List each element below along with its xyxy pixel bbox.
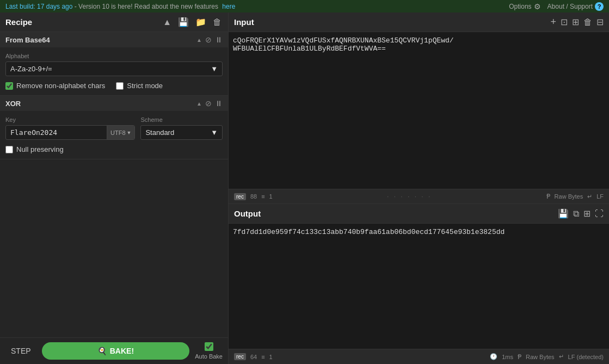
- input-raw-bytes-label[interactable]: Raw Bytes: [555, 193, 583, 200]
- input-byte-count: 88: [250, 193, 257, 200]
- output-status-right: 🕐 1ms Ᵽ Raw Bytes ↵ LF (detected): [490, 353, 604, 361]
- input-length-icon: ≡: [261, 193, 264, 200]
- scheme-label: Scheme: [140, 116, 223, 123]
- step-button[interactable]: STEP: [5, 344, 36, 357]
- xor-content: Key UTF8 ▼ Scheme Standard: [0, 111, 228, 159]
- remove-non-alphabet-item[interactable]: Remove non-alphabet chars: [5, 82, 105, 90]
- input-header-icons: + ⊡ ⊞ 🗑 ⊟: [550, 16, 604, 28]
- recipe-delete-icon[interactable]: 🗑: [212, 16, 223, 28]
- output-replace-icon[interactable]: ⊞: [583, 208, 590, 219]
- key-field-group: Key UTF8 ▼: [5, 116, 135, 140]
- strict-mode-label: Strict mode: [127, 82, 163, 90]
- separator: -: [75, 3, 78, 10]
- key-input-wrapper: UTF8 ▼: [5, 125, 135, 140]
- input-line-end-icon: ↵: [587, 193, 592, 200]
- xor-pause-icon[interactable]: ⏸: [215, 99, 223, 108]
- scheme-value: Standard: [145, 128, 174, 137]
- alphabet-dropdown-arrow: ▼: [211, 65, 218, 73]
- output-content: 7fd7dd1d0e959f74c133c13abb740b9faa61ab06…: [233, 228, 505, 236]
- options-button[interactable]: Options ⚙: [509, 2, 540, 11]
- alphabet-dropdown[interactable]: A-Za-z0-9+/= ▼: [5, 61, 223, 76]
- bake-button[interactable]: 🍳 BAKE!: [42, 342, 190, 360]
- input-area[interactable]: cQoFRQErX1YAVw1zVQdFUSxfAQNRBXUNAxBSe15Q…: [229, 32, 609, 189]
- null-preserving-item[interactable]: Null preserving: [5, 145, 223, 153]
- xor-collapse-icon[interactable]: ▲: [196, 101, 202, 107]
- from-base64-pause-icon[interactable]: ⏸: [215, 35, 223, 44]
- recipe-save-icon[interactable]: 💾: [177, 16, 190, 28]
- output-clock-icon: 🕐: [490, 353, 497, 360]
- scheme-dropdown[interactable]: Standard ▼: [140, 125, 223, 140]
- from-base64-header-icons: ▲ ⊘ ⏸: [196, 35, 223, 44]
- auto-bake-checkbox[interactable]: [205, 342, 213, 351]
- gear-icon: ⚙: [534, 2, 541, 11]
- remove-non-alphabet-checkbox[interactable]: [5, 82, 13, 90]
- input-line-end-label[interactable]: LF: [596, 193, 604, 200]
- input-status-left: rec 88 ≡ 1: [234, 193, 273, 200]
- output-length-count: 1: [269, 354, 273, 360]
- recipe-folder-icon[interactable]: 📁: [194, 16, 207, 28]
- xor-fields: Key UTF8 ▼ Scheme Standard: [5, 116, 223, 140]
- input-status-right: Ᵽ Raw Bytes ↵ LF: [546, 193, 604, 200]
- input-title: Input: [234, 17, 254, 27]
- top-banner: Last build: 17 days ago - Version 10 is …: [0, 0, 609, 13]
- input-status-bar: rec 88 ≡ 1 · · · · · · · Ᵽ Raw Bytes ↵ L…: [229, 189, 609, 204]
- input-add-icon[interactable]: +: [550, 16, 556, 28]
- output-raw-bytes-label[interactable]: Raw Bytes: [526, 354, 555, 360]
- output-raw-bytes-icon: Ᵽ: [518, 353, 521, 361]
- bake-label: BAKE!: [110, 347, 134, 355]
- scheme-dropdown-arrow: ▼: [211, 128, 218, 137]
- about-label: About / Support: [548, 3, 593, 10]
- version-text: Version 10 is here! Read about the new f…: [78, 3, 218, 10]
- output-section: Output 💾 ⧉ ⊞ ⛶ 7fd7dd1d0e959f74c133c13ab…: [229, 204, 609, 364]
- input-content: cQoFRQErX1YAVw1zVQdFUSxfAQNRBXUNAxBSe15Q…: [233, 36, 454, 53]
- output-byte-count: 64: [250, 354, 257, 360]
- output-header-icons: 💾 ⧉ ⊞ ⛶: [558, 208, 604, 219]
- build-text: Last build: 17 days ago: [5, 3, 72, 10]
- input-split-icon[interactable]: ⊟: [596, 17, 604, 27]
- output-line-end-label[interactable]: LF (detected): [568, 354, 604, 360]
- output-copy-icon[interactable]: ⧉: [573, 209, 579, 219]
- output-maximize-icon[interactable]: ⛶: [595, 209, 604, 219]
- bottom-actions: STEP 🍳 BAKE! Auto Bake: [0, 337, 228, 364]
- input-window-icon[interactable]: ⊡: [561, 17, 568, 27]
- output-line-end-icon: ↵: [559, 353, 564, 360]
- from-base64-header[interactable]: From Base64 ▲ ⊘ ⏸: [0, 32, 228, 47]
- auto-bake-label: Auto Bake: [195, 353, 223, 360]
- bake-icon: 🍳: [97, 347, 107, 355]
- input-section: Input + ⊡ ⊞ 🗑 ⊟ cQoFRQErX1YAVw1zVQdFUSxf…: [229, 13, 609, 204]
- output-header: Output 💾 ⧉ ⊞ ⛶: [229, 204, 609, 224]
- output-area[interactable]: 7fd7dd1d0e959f74c133c13abb740b9faa61ab06…: [229, 224, 609, 349]
- output-length-icon: ≡: [261, 354, 264, 360]
- auto-bake-item[interactable]: [205, 342, 213, 351]
- null-preserving-checkbox[interactable]: [5, 146, 13, 153]
- about-button[interactable]: About / Support ?: [548, 2, 604, 11]
- output-rec-label: rec: [234, 353, 246, 360]
- from-base64-collapse-icon[interactable]: ▲: [196, 37, 202, 43]
- output-status-left: rec 64 ≡ 1: [234, 353, 273, 360]
- strict-mode-item[interactable]: Strict mode: [116, 82, 163, 90]
- left-panel: Recipe ▲ 💾 📁 🗑 From Base64 ▲ ⊘ ⏸ Alphabe…: [0, 13, 229, 364]
- recipe-spacer: [0, 159, 228, 337]
- scheme-field-group: Scheme Standard ▼: [140, 116, 223, 140]
- input-import-icon[interactable]: ⊞: [572, 17, 579, 27]
- xor-disable-icon[interactable]: ⊘: [205, 99, 212, 108]
- xor-section: XOR ▲ ⊘ ⏸ Key UTF8 ▼: [0, 96, 228, 159]
- from-base64-disable-icon[interactable]: ⊘: [205, 35, 212, 44]
- xor-header-icons: ▲ ⊘ ⏸: [196, 99, 223, 108]
- main-layout: Recipe ▲ 💾 📁 🗑 From Base64 ▲ ⊘ ⏸ Alphabe…: [0, 13, 609, 364]
- strict-mode-checkbox[interactable]: [116, 82, 124, 90]
- auto-bake-area: Auto Bake: [195, 342, 223, 360]
- output-time-label: 1ms: [502, 354, 513, 360]
- utf8-badge[interactable]: UTF8 ▼: [107, 126, 134, 139]
- utf8-dropdown-arrow: ▼: [127, 130, 132, 135]
- right-panel: Input + ⊡ ⊞ 🗑 ⊟ cQoFRQErX1YAVw1zVQdFUSxf…: [229, 13, 609, 364]
- from-base64-section: From Base64 ▲ ⊘ ⏸ Alphabet A-Za-z0-9+/= …: [0, 32, 228, 96]
- from-base64-title: From Base64: [5, 36, 50, 44]
- output-save-icon[interactable]: 💾: [558, 208, 569, 219]
- here-link[interactable]: here: [222, 3, 235, 10]
- input-trash-icon[interactable]: 🗑: [583, 17, 592, 27]
- key-input[interactable]: [6, 126, 107, 139]
- recipe-collapse-icon[interactable]: ▲: [162, 16, 173, 28]
- xor-header[interactable]: XOR ▲ ⊘ ⏸: [0, 96, 228, 111]
- remove-non-alphabet-label: Remove non-alphabet chars: [16, 82, 105, 90]
